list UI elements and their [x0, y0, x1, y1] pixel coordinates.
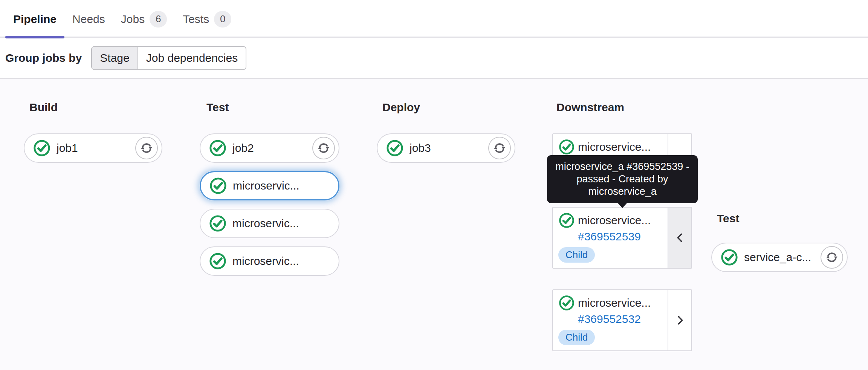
status-passed-icon — [209, 177, 227, 195]
stage-title-deploy: Deploy — [382, 101, 420, 114]
downstream-pipeline-name: microservice... — [578, 297, 651, 309]
stage-title-downstream: Downstream — [556, 101, 624, 114]
status-passed-icon — [209, 139, 227, 157]
status-passed-icon — [558, 212, 575, 229]
job-name: job1 — [57, 142, 78, 154]
chevron-right-icon — [674, 314, 686, 326]
tab-pipeline-label: Pipeline — [13, 13, 57, 26]
job-pill-job1[interactable]: job1 — [24, 133, 162, 163]
retry-job-button[interactable] — [135, 137, 158, 159]
downstream-pipeline-card: microservice... #369552532 Child — [552, 289, 692, 351]
job-pill-microservice-trigger[interactable]: microservic... — [200, 246, 339, 276]
job-name: job3 — [410, 142, 431, 154]
group-by-job-dependencies-button[interactable]: Job dependencies — [138, 47, 246, 69]
downstream-card-body[interactable]: microservice... #369552539 Child — [553, 208, 668, 268]
child-pipeline-badge: Child — [558, 247, 595, 263]
expand-downstream-button[interactable] — [668, 290, 691, 350]
retry-job-button[interactable] — [488, 137, 511, 159]
tab-needs[interactable]: Needs — [64, 0, 113, 38]
retry-job-button[interactable] — [821, 246, 843, 269]
tab-tests[interactable]: Tests 0 — [175, 0, 239, 38]
tab-pipeline[interactable]: Pipeline — [5, 0, 64, 38]
pipeline-graph: Build Test Deploy Downstream Test job1 j… — [0, 78, 868, 370]
tooltip-line: microservice_a #369552539 - — [550, 161, 695, 173]
group-by-segmented-control: Stage Job dependencies — [91, 46, 246, 70]
job-pill-job2[interactable]: job2 — [200, 133, 339, 163]
job-name: microservic... — [232, 217, 299, 230]
collapse-downstream-button[interactable] — [668, 208, 691, 268]
downstream-pipeline-id-link[interactable]: #369552532 — [578, 313, 668, 326]
retry-icon — [316, 141, 331, 155]
retry-icon — [139, 141, 154, 155]
status-passed-icon — [33, 139, 51, 157]
tab-jobs-label: Jobs — [121, 13, 145, 26]
downstream-pipeline-id-link[interactable]: #369552539 — [578, 230, 668, 243]
child-pipeline-badge: Child — [558, 330, 595, 345]
job-name: service_a-c... — [744, 251, 811, 264]
job-pill-service-a[interactable]: service_a-c... — [711, 243, 848, 272]
tab-needs-label: Needs — [72, 13, 105, 26]
status-passed-icon — [720, 248, 738, 266]
job-name: job2 — [232, 142, 254, 154]
downstream-pipeline-name: microservice... — [578, 141, 651, 153]
retry-icon — [825, 250, 839, 265]
downstream-pipeline-card: microservice... #369552539 Child — [552, 207, 692, 269]
pipeline-tooltip: microservice_a #369552539 - passed - Cre… — [547, 155, 698, 203]
downstream-pipeline-name: microservice... — [578, 214, 651, 227]
downstream-card-body[interactable]: microservice... #369552532 Child — [553, 290, 668, 350]
job-name: microservic... — [232, 255, 299, 268]
retry-job-button[interactable] — [312, 137, 335, 159]
chevron-left-icon — [674, 232, 686, 244]
status-passed-icon — [209, 252, 227, 270]
retry-icon — [492, 141, 507, 155]
status-passed-icon — [558, 295, 575, 311]
group-jobs-by-label: Group jobs by — [5, 52, 82, 64]
job-pill-microservice-trigger[interactable]: microservic... — [200, 209, 339, 238]
pipeline-page: Pipeline Needs Jobs 6 Tests 0 Group jobs… — [0, 0, 868, 370]
stage-title-test: Test — [206, 101, 229, 114]
stage-title-downstream-test: Test — [717, 212, 739, 225]
tooltip-line: passed - Created by — [550, 173, 695, 185]
status-passed-icon — [386, 139, 404, 157]
tooltip-line: microservice_a — [550, 185, 695, 198]
tab-tests-label: Tests — [183, 13, 209, 26]
job-pill-microservice-trigger-selected[interactable]: microservic... — [200, 171, 339, 200]
job-name: microservic... — [233, 179, 300, 192]
group-by-stage-button[interactable]: Stage — [92, 47, 138, 69]
job-pill-job3[interactable]: job3 — [377, 133, 515, 163]
jobs-count-badge: 6 — [150, 11, 167, 28]
status-passed-icon — [209, 214, 227, 232]
pipeline-tabs: Pipeline Needs Jobs 6 Tests 0 — [0, 0, 868, 38]
stage-title-build: Build — [29, 101, 58, 114]
group-jobs-bar: Group jobs by Stage Job dependencies — [0, 38, 868, 78]
status-passed-icon — [558, 139, 575, 155]
tests-count-badge: 0 — [214, 11, 231, 28]
tab-jobs[interactable]: Jobs 6 — [113, 0, 175, 38]
